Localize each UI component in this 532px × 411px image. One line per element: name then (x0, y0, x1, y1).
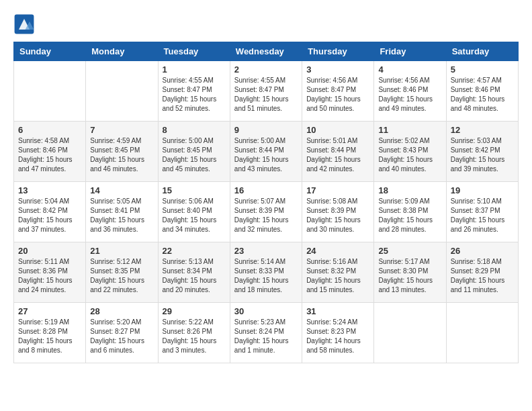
calendar-cell: 16Sunrise: 5:07 AM Sunset: 8:39 PM Dayli… (230, 182, 302, 242)
day-number: 23 (234, 246, 298, 256)
day-number: 22 (163, 246, 226, 256)
day-number: 12 (451, 125, 514, 135)
day-detail: Sunrise: 4:55 AM Sunset: 8:47 PM Dayligh… (163, 76, 226, 113)
day-number: 14 (90, 185, 153, 195)
day-detail: Sunrise: 5:12 AM Sunset: 8:35 PM Dayligh… (90, 257, 153, 295)
day-number: 10 (306, 125, 369, 135)
day-detail: Sunrise: 5:14 AM Sunset: 8:33 PM Dayligh… (234, 257, 298, 295)
calendar-cell: 25Sunrise: 5:17 AM Sunset: 8:30 PM Dayli… (374, 242, 446, 303)
calendar-cell: 13Sunrise: 5:04 AM Sunset: 8:42 PM Dayli… (14, 182, 86, 242)
calendar-cell: 8Sunrise: 5:00 AM Sunset: 8:45 PM Daylig… (158, 122, 230, 182)
calendar-cell: 23Sunrise: 5:14 AM Sunset: 8:33 PM Dayli… (230, 242, 302, 303)
day-detail: Sunrise: 5:04 AM Sunset: 8:42 PM Dayligh… (18, 197, 81, 234)
day-detail: Sunrise: 4:59 AM Sunset: 8:45 PM Dayligh… (90, 136, 153, 174)
weekday-header-thursday: Thursday (302, 42, 374, 61)
day-detail: Sunrise: 4:58 AM Sunset: 8:46 PM Dayligh… (18, 136, 81, 174)
day-number: 21 (90, 246, 153, 256)
calendar-cell (14, 61, 86, 122)
day-number: 5 (451, 64, 514, 75)
calendar-cell: 7Sunrise: 4:59 AM Sunset: 8:45 PM Daylig… (86, 122, 158, 182)
calendar-cell: 31Sunrise: 5:24 AM Sunset: 8:23 PM Dayli… (302, 303, 374, 363)
day-number: 26 (451, 246, 514, 256)
calendar-cell (446, 303, 518, 363)
weekday-header-monday: Monday (86, 42, 158, 61)
calendar-week-1: 1Sunrise: 4:55 AM Sunset: 8:47 PM Daylig… (14, 61, 519, 122)
calendar-cell: 26Sunrise: 5:18 AM Sunset: 8:29 PM Dayli… (446, 242, 518, 303)
day-number: 4 (378, 64, 441, 75)
day-number: 8 (163, 125, 226, 135)
logo (13, 13, 39, 35)
day-detail: Sunrise: 5:17 AM Sunset: 8:30 PM Dayligh… (378, 257, 441, 295)
calendar-cell: 30Sunrise: 5:23 AM Sunset: 8:24 PM Dayli… (230, 303, 302, 363)
calendar-cell: 18Sunrise: 5:09 AM Sunset: 8:38 PM Dayli… (374, 182, 446, 242)
weekday-header-friday: Friday (374, 42, 446, 61)
day-detail: Sunrise: 5:03 AM Sunset: 8:42 PM Dayligh… (451, 136, 514, 174)
day-number: 13 (18, 185, 81, 195)
calendar-cell: 24Sunrise: 5:16 AM Sunset: 8:32 PM Dayli… (302, 242, 374, 303)
day-detail: Sunrise: 5:02 AM Sunset: 8:43 PM Dayligh… (378, 136, 441, 174)
page-header (13, 13, 519, 35)
calendar-cell: 21Sunrise: 5:12 AM Sunset: 8:35 PM Dayli… (86, 242, 158, 303)
day-detail: Sunrise: 4:56 AM Sunset: 8:47 PM Dayligh… (306, 76, 369, 113)
day-detail: Sunrise: 5:22 AM Sunset: 8:26 PM Dayligh… (163, 318, 226, 355)
calendar-header: SundayMondayTuesdayWednesdayThursdayFrid… (14, 42, 519, 61)
calendar-cell: 10Sunrise: 5:01 AM Sunset: 8:44 PM Dayli… (302, 122, 374, 182)
day-detail: Sunrise: 5:06 AM Sunset: 8:40 PM Dayligh… (163, 197, 226, 234)
calendar-table: SundayMondayTuesdayWednesdayThursdayFrid… (13, 42, 519, 363)
calendar-cell: 1Sunrise: 4:55 AM Sunset: 8:47 PM Daylig… (158, 61, 230, 122)
day-number: 29 (163, 306, 226, 316)
day-detail: Sunrise: 5:19 AM Sunset: 8:28 PM Dayligh… (18, 318, 81, 355)
weekday-header-wednesday: Wednesday (230, 42, 302, 61)
day-detail: Sunrise: 5:07 AM Sunset: 8:39 PM Dayligh… (234, 197, 298, 234)
day-number: 27 (18, 306, 81, 316)
day-number: 19 (451, 185, 514, 195)
day-detail: Sunrise: 5:18 AM Sunset: 8:29 PM Dayligh… (451, 257, 514, 295)
day-detail: Sunrise: 5:13 AM Sunset: 8:34 PM Dayligh… (163, 257, 226, 295)
day-number: 1 (163, 64, 226, 75)
calendar-cell: 6Sunrise: 4:58 AM Sunset: 8:46 PM Daylig… (14, 122, 86, 182)
day-detail: Sunrise: 4:56 AM Sunset: 8:46 PM Dayligh… (378, 76, 441, 113)
calendar-week-5: 27Sunrise: 5:19 AM Sunset: 8:28 PM Dayli… (14, 303, 519, 363)
day-number: 7 (90, 125, 153, 135)
calendar-cell (86, 61, 158, 122)
calendar-week-3: 13Sunrise: 5:04 AM Sunset: 8:42 PM Dayli… (14, 182, 519, 242)
day-number: 3 (306, 64, 369, 75)
calendar-cell: 17Sunrise: 5:08 AM Sunset: 8:39 PM Dayli… (302, 182, 374, 242)
calendar-cell: 19Sunrise: 5:10 AM Sunset: 8:37 PM Dayli… (446, 182, 518, 242)
day-detail: Sunrise: 5:05 AM Sunset: 8:41 PM Dayligh… (90, 197, 153, 234)
calendar-week-2: 6Sunrise: 4:58 AM Sunset: 8:46 PM Daylig… (14, 122, 519, 182)
day-detail: Sunrise: 5:20 AM Sunset: 8:27 PM Dayligh… (90, 318, 153, 355)
day-number: 30 (234, 306, 298, 316)
calendar-cell: 15Sunrise: 5:06 AM Sunset: 8:40 PM Dayli… (158, 182, 230, 242)
weekday-header-sunday: Sunday (14, 42, 86, 61)
calendar-cell: 27Sunrise: 5:19 AM Sunset: 8:28 PM Dayli… (14, 303, 86, 363)
weekday-header-tuesday: Tuesday (158, 42, 230, 61)
day-number: 16 (234, 185, 298, 195)
day-detail: Sunrise: 4:57 AM Sunset: 8:46 PM Dayligh… (451, 76, 514, 113)
day-detail: Sunrise: 5:24 AM Sunset: 8:23 PM Dayligh… (306, 318, 369, 355)
calendar-cell: 12Sunrise: 5:03 AM Sunset: 8:42 PM Dayli… (446, 122, 518, 182)
day-number: 25 (378, 246, 441, 256)
calendar-cell: 14Sunrise: 5:05 AM Sunset: 8:41 PM Dayli… (86, 182, 158, 242)
calendar-cell (374, 303, 446, 363)
day-number: 24 (306, 246, 369, 256)
day-number: 6 (18, 125, 81, 135)
day-detail: Sunrise: 5:09 AM Sunset: 8:38 PM Dayligh… (378, 197, 441, 234)
calendar-cell: 28Sunrise: 5:20 AM Sunset: 8:27 PM Dayli… (86, 303, 158, 363)
logo-icon (13, 13, 35, 35)
calendar-week-4: 20Sunrise: 5:11 AM Sunset: 8:36 PM Dayli… (14, 242, 519, 303)
day-number: 20 (18, 246, 81, 256)
calendar-cell: 20Sunrise: 5:11 AM Sunset: 8:36 PM Dayli… (14, 242, 86, 303)
day-detail: Sunrise: 5:11 AM Sunset: 8:36 PM Dayligh… (18, 257, 81, 295)
calendar-cell: 11Sunrise: 5:02 AM Sunset: 8:43 PM Dayli… (374, 122, 446, 182)
calendar-cell: 9Sunrise: 5:00 AM Sunset: 8:44 PM Daylig… (230, 122, 302, 182)
weekday-header-saturday: Saturday (446, 42, 518, 61)
calendar-cell: 3Sunrise: 4:56 AM Sunset: 8:47 PM Daylig… (302, 61, 374, 122)
day-number: 31 (306, 306, 369, 316)
day-number: 17 (306, 185, 369, 195)
day-detail: Sunrise: 5:16 AM Sunset: 8:32 PM Dayligh… (306, 257, 369, 295)
day-detail: Sunrise: 5:01 AM Sunset: 8:44 PM Dayligh… (306, 136, 369, 174)
calendar-cell: 2Sunrise: 4:55 AM Sunset: 8:47 PM Daylig… (230, 61, 302, 122)
day-detail: Sunrise: 4:55 AM Sunset: 8:47 PM Dayligh… (234, 76, 298, 113)
day-detail: Sunrise: 5:08 AM Sunset: 8:39 PM Dayligh… (306, 197, 369, 234)
